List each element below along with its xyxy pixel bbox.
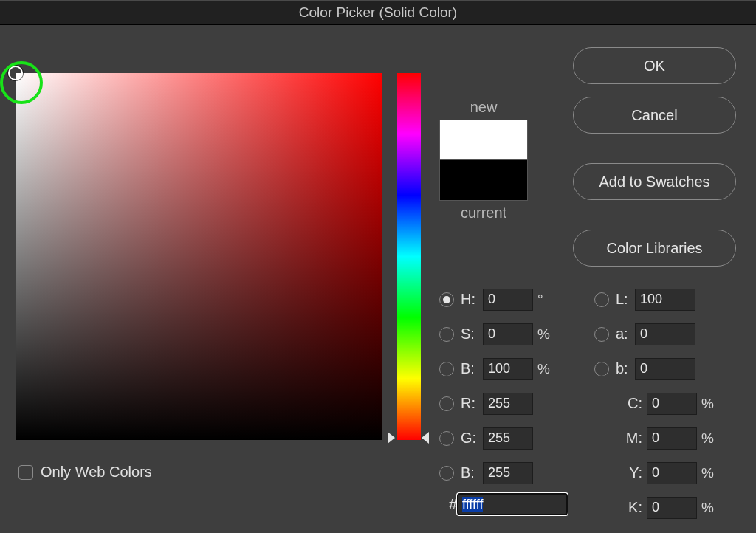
input-red[interactable] <box>483 393 533 415</box>
radio-lab-l[interactable] <box>594 292 609 307</box>
unit-degree: ° <box>533 292 554 308</box>
label-cmyk-c: C: <box>620 395 647 412</box>
input-blue[interactable] <box>483 462 533 484</box>
input-lab-b[interactable] <box>635 358 695 380</box>
unit-percent: % <box>697 396 718 412</box>
unit-percent: % <box>697 430 718 447</box>
label-s: S: <box>461 326 483 343</box>
radio-red[interactable] <box>439 396 454 411</box>
color-libraries-button[interactable]: Color Libraries <box>573 230 736 266</box>
label-g: G: <box>461 430 483 447</box>
radio-green[interactable] <box>439 431 454 446</box>
hue-slider[interactable] <box>397 73 421 440</box>
label-cmyk-y: Y: <box>620 464 647 481</box>
preview-new-label: new <box>439 99 528 116</box>
input-cmyk-k[interactable] <box>647 497 697 519</box>
input-hex[interactable] <box>457 493 568 515</box>
input-saturation[interactable] <box>483 323 533 345</box>
input-cmyk-c[interactable] <box>647 393 697 415</box>
ok-button[interactable]: OK <box>573 47 736 84</box>
only-web-colors-label: Only Web Colors <box>41 464 152 481</box>
cancel-button[interactable]: Cancel <box>573 97 736 134</box>
label-lab-l: L: <box>616 291 635 308</box>
input-hue[interactable] <box>483 289 533 311</box>
label-h: H: <box>461 291 483 308</box>
input-cmyk-m[interactable] <box>647 427 697 450</box>
radio-saturation[interactable] <box>439 327 454 342</box>
label-b-hsb: B: <box>461 360 483 377</box>
unit-percent: % <box>697 465 718 481</box>
radio-blue[interactable] <box>439 466 454 481</box>
input-green[interactable] <box>483 427 533 450</box>
dialog-title: Color Picker (Solid Color) <box>0 0 756 25</box>
label-r: R: <box>461 395 483 412</box>
input-brightness[interactable] <box>483 358 533 380</box>
radio-hue[interactable] <box>439 292 454 307</box>
dialog-body: new current OK Cancel Add to Swatches Co… <box>0 25 756 533</box>
only-web-colors-checkbox[interactable]: Only Web Colors <box>18 464 152 481</box>
label-lab-b: b: <box>616 360 635 377</box>
swatch-current[interactable] <box>439 160 528 201</box>
unit-percent: % <box>533 361 554 377</box>
input-cmyk-y[interactable] <box>647 462 697 484</box>
checkbox-icon <box>18 465 33 480</box>
radio-lab-a[interactable] <box>594 327 609 342</box>
color-field-marker[interactable] <box>8 66 23 80</box>
label-cmyk-m: M: <box>620 430 647 447</box>
radio-brightness[interactable] <box>439 362 454 376</box>
preview-current-label: current <box>439 204 528 221</box>
input-lab-a[interactable] <box>635 323 695 345</box>
unit-percent: % <box>697 500 718 516</box>
label-b-rgb: B: <box>461 464 483 481</box>
add-to-swatches-button[interactable]: Add to Swatches <box>573 163 736 200</box>
radio-lab-b[interactable] <box>594 362 609 376</box>
label-hex: # <box>439 496 457 513</box>
color-field[interactable] <box>16 73 382 440</box>
swatch-new[interactable] <box>439 120 528 160</box>
label-lab-a: a: <box>616 326 635 343</box>
unit-percent: % <box>533 326 554 343</box>
label-cmyk-k: K: <box>620 499 647 516</box>
input-lab-l[interactable] <box>635 289 695 311</box>
